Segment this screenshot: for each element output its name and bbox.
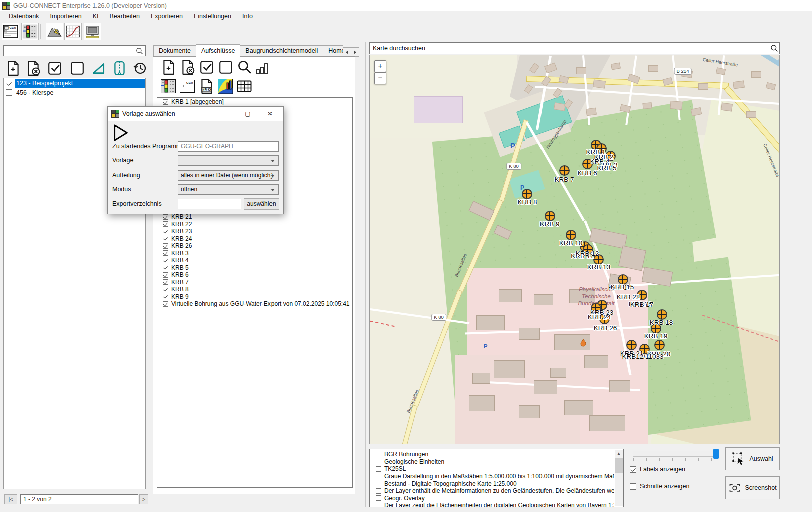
page-range-field[interactable]: 1 - 2 von 2: [20, 494, 138, 504]
borehole-row[interactable]: Virtuelle Bohrung aus GGU-Water-Export v…: [160, 300, 351, 308]
project-row[interactable]: 456 - Kierspe: [4, 88, 145, 97]
choose-directory-button[interactable]: auswählen: [244, 198, 279, 210]
table-button[interactable]: [236, 78, 252, 94]
layer-checkbox[interactable]: [376, 481, 381, 486]
layer-checkbox[interactable]: [376, 452, 381, 457]
xlsx-export-button[interactable]: XLSX: [199, 78, 214, 94]
borehole-row[interactable]: KRB 7: [160, 279, 351, 286]
borehole-checkbox[interactable]: [163, 294, 168, 299]
borehole-manager-button[interactable]: [21, 23, 39, 40]
borehole-checkbox[interactable]: [163, 279, 168, 285]
first-page-button[interactable]: |<: [4, 494, 17, 504]
opacity-slider-thumb[interactable]: [713, 449, 719, 459]
aufteilung-select[interactable]: alles in einer Datei (wenn möglich): [178, 170, 279, 181]
delete-borehole-button[interactable]: [180, 59, 195, 75]
search-boreholes-button[interactable]: [236, 59, 252, 75]
borehole-row[interactable]: KRB 6: [160, 271, 351, 279]
menu-item-importieren[interactable]: Importieren: [44, 12, 87, 21]
labels-checkbox[interactable]: [630, 466, 636, 473]
map-select-button[interactable]: Auswahl: [725, 447, 780, 470]
borehole-row[interactable]: KRB 8: [160, 286, 351, 293]
map-marker[interactable]: [559, 165, 570, 176]
project-checkbox[interactable]: [6, 89, 12, 96]
layer-row[interactable]: Der Layer enthält die Metainformationen …: [373, 487, 614, 495]
dialog-minimize-button[interactable]: —: [215, 107, 235, 121]
borehole-checkbox[interactable]: [163, 258, 168, 263]
statistics-button[interactable]: [255, 62, 269, 75]
tab-baugrundschichtenmodell[interactable]: Baugrundschichtenmodell: [240, 45, 323, 57]
map-screenshot-button[interactable]: Screenshot: [725, 476, 780, 499]
menu-item-einstellungen[interactable]: Einstellungen: [188, 12, 237, 21]
layer-checkbox[interactable]: [376, 495, 381, 501]
borehole-row[interactable]: KRB 23: [160, 228, 351, 235]
menu-item-datenbank[interactable]: Datenbank: [3, 12, 44, 21]
menu-item-ki[interactable]: KI: [87, 12, 104, 21]
layer-row[interactable]: Geologische Einheiten: [373, 458, 614, 466]
borehole-checkbox[interactable]: [163, 236, 168, 241]
modus-select[interactable]: öffnen: [178, 184, 279, 195]
tab-aufschlüsse[interactable]: Aufschlüsse: [196, 44, 240, 57]
uncheck-all-boreholes-button[interactable]: [218, 59, 233, 75]
map-marker[interactable]: [545, 211, 555, 221]
opacity-slider-track[interactable]: [633, 451, 719, 457]
uncheck-all-button[interactable]: [70, 60, 85, 76]
layer-checkbox[interactable]: [376, 488, 381, 494]
map-search-input[interactable]: Karte durchsuchen: [369, 42, 780, 54]
vorlage-select[interactable]: [178, 155, 279, 166]
map-canvas[interactable]: PhysikalischeTechnischeBundesanstalt + −…: [369, 55, 780, 444]
borehole-checkbox[interactable]: [163, 243, 168, 249]
project-search-input[interactable]: [3, 45, 146, 56]
menu-item-bearbeiten[interactable]: Bearbeiten: [104, 12, 145, 21]
borehole-log-button[interactable]: [160, 78, 176, 94]
menu-item-info[interactable]: Info: [237, 12, 258, 21]
dialog-close-button[interactable]: ✕: [260, 107, 280, 121]
scroll-up-icon[interactable]: ▲: [615, 450, 623, 457]
borehole-row[interactable]: KRB 24: [160, 235, 351, 243]
scroll-thumb[interactable]: [615, 458, 623, 473]
map-marker[interactable]: [522, 189, 532, 199]
panel-splitter[interactable]: [362, 42, 362, 507]
borehole-checkbox[interactable]: [163, 221, 168, 227]
borehole-row[interactable]: KRB 9: [160, 293, 351, 301]
borehole-row[interactable]: KRB 1 [abgegeben]: [160, 98, 350, 106]
map-marker[interactable]: [626, 340, 637, 350]
menu-item-exportieren[interactable]: Exportieren: [145, 12, 188, 21]
map-zoom-in-button[interactable]: +: [374, 60, 386, 72]
add-borehole-button[interactable]: [161, 59, 176, 75]
borehole-row[interactable]: KRB 22: [160, 221, 351, 228]
map-marker[interactable]: [657, 309, 667, 320]
borehole-row[interactable]: KRB 26: [160, 242, 351, 250]
borehole-row[interactable]: KRB 4: [160, 257, 351, 264]
layer-row[interactable]: BGR Bohrungen: [373, 451, 614, 458]
export-field[interactable]: [178, 199, 241, 209]
ggu-database-button[interactable]: GGU: [2, 23, 19, 40]
layer-row[interactable]: Der Layer zeigt die Flächeneinheiten der…: [373, 502, 614, 507]
layer-checkbox[interactable]: [376, 503, 381, 507]
diagram-button[interactable]: [217, 78, 233, 94]
program-field[interactable]: GGU-GEO-GRAPH: [178, 141, 279, 152]
dialog-maximize-button[interactable]: ▢: [238, 107, 258, 121]
dialog-title-bar[interactable]: Vorlage auswählen — ▢ ✕: [108, 107, 283, 121]
project-row[interactable]: 123 - Beispielprojekt: [4, 78, 145, 88]
history-button[interactable]: [132, 60, 147, 76]
sections-checkbox[interactable]: [630, 483, 636, 490]
tab-scroll-left-button[interactable]: [343, 47, 351, 57]
ggu-export-button[interactable]: GGU: [179, 78, 195, 94]
borehole-checkbox[interactable]: [163, 265, 168, 270]
borehole-checkbox[interactable]: [163, 287, 168, 292]
polygon-select-button[interactable]: [92, 61, 106, 75]
layer-checkbox[interactable]: [376, 466, 381, 472]
panel-splitter[interactable]: [365, 42, 366, 507]
delete-project-button[interactable]: [26, 60, 41, 76]
borehole-checkbox[interactable]: [163, 250, 168, 256]
borehole-checkbox[interactable]: [163, 229, 168, 234]
layer-row[interactable]: Bestand - Digitale Topographische Karte …: [373, 480, 614, 487]
add-project-button[interactable]: [6, 60, 21, 76]
check-all-boreholes-button[interactable]: [199, 59, 214, 75]
map-marker[interactable]: [654, 340, 665, 350]
borehole-row[interactable]: KRB 21: [160, 213, 351, 221]
layer-row[interactable]: TK25SL: [373, 465, 614, 473]
screen-view-button[interactable]: [84, 23, 101, 40]
check-all-button[interactable]: [47, 60, 62, 76]
tab-homogenbereic[interactable]: Homogenbereic: [323, 45, 343, 57]
